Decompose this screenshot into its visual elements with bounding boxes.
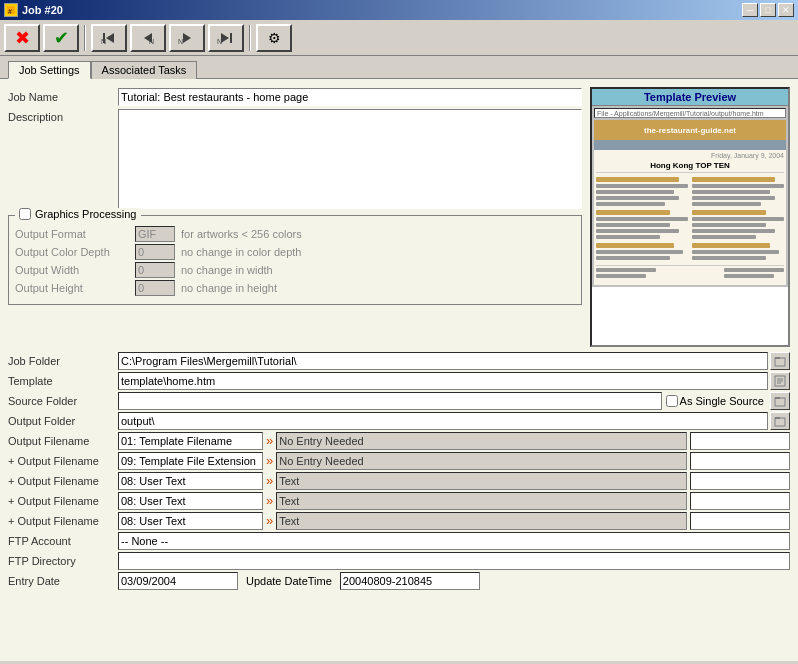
- of-desc-0: No Entry Needed: [276, 432, 687, 450]
- tab-bar: Job Settings Associated Tasks: [0, 56, 798, 79]
- output-format-row: Output Format for artworks < 256 colors: [15, 226, 575, 242]
- graphics-checkbox[interactable]: [19, 208, 31, 220]
- graphics-label: Graphics Processing: [35, 208, 137, 220]
- ftp-account-row: FTP Account: [8, 531, 790, 550]
- of-extra-2[interactable]: [690, 472, 790, 490]
- svg-rect-21: [775, 417, 780, 419]
- ftp-directory-row: FTP Directory: [8, 551, 790, 570]
- of-code-0[interactable]: [118, 432, 263, 450]
- of-extra-3[interactable]: [690, 492, 790, 510]
- delete-button[interactable]: ✖: [4, 24, 40, 52]
- next-button[interactable]: N: [169, 24, 205, 52]
- preview-browser-url: File - Applications/Mergemill/Tutorial/o…: [594, 108, 786, 118]
- job-name-input[interactable]: [118, 88, 582, 106]
- job-name-label: Job Name: [8, 91, 118, 103]
- svg-rect-20: [775, 418, 785, 426]
- app-icon: #: [4, 3, 18, 17]
- graphics-legend: Graphics Processing: [15, 208, 141, 220]
- output-filename-row-0: Output Filename » No Entry Needed: [8, 431, 790, 450]
- output-folder-input[interactable]: [118, 412, 768, 430]
- template-row: Template: [8, 371, 790, 390]
- ftp-directory-label: FTP Directory: [8, 555, 118, 567]
- of-label-1: + Output Filename: [8, 455, 118, 467]
- as-single-source-group: As Single Source: [666, 395, 764, 407]
- tab-associated-tasks[interactable]: Associated Tasks: [91, 61, 198, 79]
- svg-rect-19: [775, 397, 780, 399]
- toolbar-separator-2: [249, 25, 251, 51]
- output-folder-row: Output Folder: [8, 411, 790, 430]
- entry-date-input[interactable]: [118, 572, 238, 590]
- of-extra-1[interactable]: [690, 452, 790, 470]
- output-filename-row-1: + Output Filename » No Entry Needed: [8, 451, 790, 470]
- output-folder-label: Output Folder: [8, 415, 118, 427]
- template-input[interactable]: [118, 372, 768, 390]
- source-folder-row: Source Folder As Single Source: [8, 391, 790, 410]
- update-datetime-label: Update DateTime: [246, 575, 332, 587]
- output-filename-rows: Output Filename » No Entry Needed + Outp…: [8, 431, 790, 530]
- of-extra-4[interactable]: [690, 512, 790, 530]
- of-code-2[interactable]: [118, 472, 263, 490]
- preview-columns: [596, 175, 784, 262]
- of-extra-0[interactable]: [690, 432, 790, 450]
- svg-marker-3: [106, 33, 114, 43]
- svg-text:N: N: [178, 38, 183, 45]
- ftp-account-label: FTP Account: [8, 535, 118, 547]
- prev-button[interactable]: N: [130, 24, 166, 52]
- output-format-label: Output Format: [15, 228, 135, 240]
- output-height-desc: no change in height: [181, 282, 277, 294]
- of-label-3: + Output Filename: [8, 495, 118, 507]
- svg-rect-12: [775, 358, 785, 366]
- svg-marker-9: [221, 33, 229, 43]
- of-desc-1: No Entry Needed: [276, 452, 687, 470]
- tab-job-settings[interactable]: Job Settings: [8, 61, 91, 79]
- svg-text:#: #: [8, 8, 12, 15]
- of-label-0: Output Filename: [8, 435, 118, 447]
- of-code-3[interactable]: [118, 492, 263, 510]
- settings-button[interactable]: ⚙: [256, 24, 292, 52]
- entry-date-row: Entry Date Update DateTime: [8, 571, 790, 590]
- job-folder-input[interactable]: [118, 352, 768, 370]
- ftp-account-input[interactable]: [118, 532, 790, 550]
- job-folder-label: Job Folder: [8, 355, 118, 367]
- close-button[interactable]: ✕: [778, 3, 794, 17]
- ok-button[interactable]: ✔: [43, 24, 79, 52]
- output-folder-browse-button[interactable]: [770, 412, 790, 430]
- source-folder-browse-button[interactable]: [770, 392, 790, 410]
- template-browse-button[interactable]: [770, 372, 790, 390]
- maximize-button[interactable]: □: [760, 3, 776, 17]
- source-folder-input[interactable]: [118, 392, 662, 410]
- output-color-depth-row: Output Color Depth no change in color de…: [15, 244, 575, 260]
- job-name-row: Job Name: [8, 87, 582, 107]
- main-content: Job Name Description Graphics Processing…: [0, 79, 798, 661]
- of-label-2: + Output Filename: [8, 475, 118, 487]
- output-filename-row-2: + Output Filename » Text: [8, 471, 790, 490]
- output-color-depth-input[interactable]: [135, 244, 175, 260]
- entry-date-label: Entry Date: [8, 575, 118, 587]
- of-desc-3: Text: [276, 492, 687, 510]
- output-format-input[interactable]: [135, 226, 175, 242]
- output-width-input[interactable]: [135, 262, 175, 278]
- of-arrow-4: »: [266, 513, 273, 528]
- output-color-depth-desc: no change in color depth: [181, 246, 301, 258]
- first-button[interactable]: N: [91, 24, 127, 52]
- description-label: Description: [8, 109, 118, 123]
- last-button[interactable]: N: [208, 24, 244, 52]
- preview-date: Friday, January 9, 2004: [596, 152, 784, 159]
- as-single-source-checkbox[interactable]: [666, 395, 678, 407]
- job-folder-browse-button[interactable]: [770, 352, 790, 370]
- preview-browser: File - Applications/Mergemill/Tutorial/o…: [592, 106, 788, 287]
- left-col: Job Name Description Graphics Processing…: [8, 87, 582, 347]
- template-preview-content: File - Applications/Mergemill/Tutorial/o…: [592, 106, 788, 345]
- svg-text:N: N: [149, 38, 154, 45]
- ftp-directory-input[interactable]: [118, 552, 790, 570]
- svg-text:N: N: [101, 38, 106, 45]
- update-datetime-input[interactable]: [340, 572, 480, 590]
- preview-content-area: Friday, January 9, 2004 Hong Kong TOP TE…: [594, 150, 786, 285]
- minimize-button[interactable]: ─: [742, 3, 758, 17]
- output-height-input[interactable]: [135, 280, 175, 296]
- top-section: Job Name Description Graphics Processing…: [8, 87, 790, 347]
- of-code-4[interactable]: [118, 512, 263, 530]
- template-preview-box: Template Preview File - Applications/Mer…: [590, 87, 790, 347]
- description-input[interactable]: [118, 109, 582, 209]
- of-code-1[interactable]: [118, 452, 263, 470]
